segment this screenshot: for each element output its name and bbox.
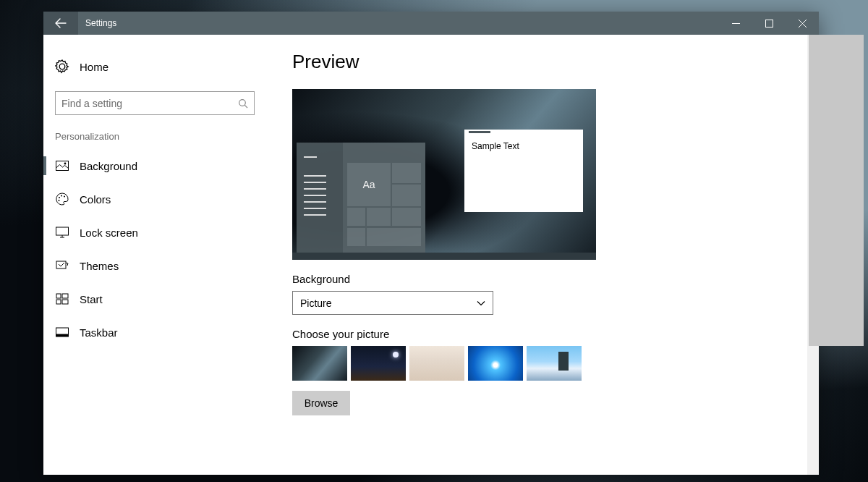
home-nav[interactable]: Home [55,51,263,83]
sidebar-item-taskbar[interactable]: Taskbar [43,316,275,349]
maximize-button[interactable] [752,12,786,35]
desktop-wallpaper: Settings Home Find a setting [0,0,868,482]
settings-window: Settings Home Find a setting [43,12,819,475]
picture-thumb-1[interactable] [292,346,347,381]
home-label: Home [80,61,109,73]
svg-point-6 [64,196,65,198]
svg-rect-15 [56,334,69,337]
search-icon [238,98,248,109]
preview-start-list [297,143,343,253]
content-pane: Preview Aa Sample Text [275,35,819,475]
preview-sample-window: Sample Text [464,130,583,212]
chevron-down-icon [477,299,485,308]
background-value: Picture [300,297,332,309]
vertical-scrollbar[interactable] [807,35,819,475]
sidebar-item-lockscreen[interactable]: Lock screen [43,216,275,249]
picture-thumb-4[interactable] [468,346,523,381]
search-placeholder: Find a setting [61,98,238,109]
themes-icon [55,258,69,273]
sidebar-item-label: Taskbar [80,326,118,339]
browse-button[interactable]: Browse [292,391,350,415]
sidebar-item-label: Background [80,160,137,172]
start-grid-icon [55,292,69,306]
titlebar: Settings [43,12,819,35]
gear-icon [55,59,69,74]
svg-rect-9 [56,261,66,269]
preview-sample-text: Sample Text [464,135,583,157]
preview-tile-aa: Aa [347,163,391,206]
close-icon [799,20,807,28]
preview-start-tiles: Aa [343,143,425,253]
close-button[interactable] [786,12,819,35]
preview-taskbar [292,253,596,260]
sidebar-item-label: Lock screen [80,227,138,239]
svg-point-5 [61,195,62,197]
sidebar-category: Personalization [55,131,263,142]
svg-rect-10 [56,294,61,298]
svg-rect-0 [765,20,773,27]
picture-thumb-5[interactable] [527,346,582,381]
sidebar: Home Find a setting Personalization Back… [43,35,275,475]
background-label: Background [292,273,790,285]
picture-thumb-2[interactable] [351,346,406,381]
back-button[interactable] [43,12,78,35]
minimize-icon [732,20,740,28]
sidebar-item-background[interactable]: Background [43,149,275,182]
svg-point-4 [59,197,60,198]
svg-point-3 [64,163,67,165]
page-title: Preview [292,51,790,73]
svg-rect-8 [56,227,69,235]
svg-point-7 [59,200,60,201]
sidebar-item-label: Themes [80,260,119,272]
monitor-icon [55,225,69,240]
svg-rect-13 [62,300,68,304]
arrow-left-icon [55,17,67,29]
minimize-button[interactable] [719,12,752,35]
svg-point-1 [239,99,246,106]
search-input[interactable]: Find a setting [55,91,255,115]
svg-rect-12 [56,300,61,304]
choose-picture-label: Choose your picture [292,328,790,340]
desktop-preview: Aa Sample Text [292,89,596,260]
sidebar-item-start[interactable]: Start [43,282,275,316]
maximize-icon [765,20,773,28]
palette-icon [55,192,69,206]
svg-rect-11 [62,294,68,298]
sidebar-item-label: Colors [80,193,111,206]
taskbar-icon [55,325,69,339]
sidebar-nav: Background Colors Lock screen Themes [55,149,263,349]
svg-rect-2 [56,161,69,171]
sidebar-item-colors[interactable]: Colors [43,182,275,216]
picture-thumb-3[interactable] [409,346,464,381]
sidebar-item-themes[interactable]: Themes [43,249,275,282]
window-title: Settings [78,12,116,35]
sidebar-item-label: Start [80,293,103,305]
picture-icon [55,158,69,173]
scrollbar-thumb[interactable] [809,35,864,346]
picture-thumbnails [292,346,790,381]
background-dropdown[interactable]: Picture [292,291,493,315]
